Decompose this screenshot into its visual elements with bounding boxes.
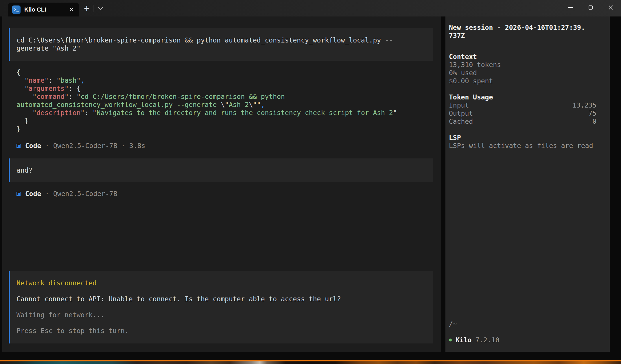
desktop-strip xyxy=(0,360,621,364)
maximize-button[interactable] xyxy=(581,0,601,15)
spacer xyxy=(449,328,596,336)
app-version: 7.2.10 xyxy=(475,336,499,344)
context-tokens: 13,310 tokens xyxy=(449,61,596,69)
separator: · xyxy=(41,190,53,198)
tab-close-button[interactable] xyxy=(68,6,75,13)
chevron-down-icon xyxy=(98,5,103,10)
code-line: "description": "Navigates to the directo… xyxy=(16,109,433,117)
lsp-heading: LSP xyxy=(449,134,596,142)
code-line: "arguments": { xyxy=(16,84,433,93)
code-line: { xyxy=(16,68,433,76)
code-line: } xyxy=(16,117,433,125)
error-message: Cannot connect to API: Unable to connect… xyxy=(16,295,427,303)
usage-label: Output xyxy=(449,109,473,117)
model-status-line: Code · Qwen2.5-Coder-7B xyxy=(16,190,433,198)
context-heading: Context xyxy=(449,53,596,61)
mode-label: Code xyxy=(25,190,41,198)
token-usage-row: Output 75 xyxy=(449,109,596,117)
current-directory: /~ xyxy=(449,320,596,328)
run-status-icon xyxy=(16,192,21,196)
tab-kilo-cli[interactable]: >_ Kilo CLI xyxy=(8,3,79,16)
context-spent: $0.00 spent xyxy=(449,77,596,85)
waiting-status: Waiting for network... xyxy=(16,311,427,319)
model-name: Qwen2.5-Coder-7B xyxy=(53,142,117,150)
titlebar: >_ Kilo CLI + xyxy=(0,0,621,16)
model-status-line: Code · Qwen2.5-Coder-7B · 3.8s xyxy=(16,142,433,150)
usage-value: 0 xyxy=(592,117,596,125)
usage-label: Input xyxy=(449,101,469,109)
tab-title: Kilo CLI xyxy=(24,6,66,13)
sidebar-footer: /~ Kilo 7.2.10 xyxy=(449,320,596,344)
session-title: New session - 2026-04-16T01:27:39.737Z xyxy=(449,23,586,40)
new-tab-button[interactable]: + xyxy=(82,2,92,14)
window-controls xyxy=(560,0,621,15)
close-button[interactable] xyxy=(601,0,621,15)
maximize-icon xyxy=(589,5,593,10)
terminal-main-panel: cd C:\Users\fbmor\broken-spire-compariso… xyxy=(2,16,441,352)
escape-hint: Press Esc to stop this turn. xyxy=(16,327,427,335)
code-line: automated_consistency_workflow_local.py … xyxy=(16,101,433,109)
user-message-block: and? xyxy=(9,158,433,182)
network-error-block: Network disconnected Cannot connect to A… xyxy=(9,271,433,343)
separator: · xyxy=(117,142,130,150)
context-used: 0% used xyxy=(449,69,596,77)
token-usage-row: Input 13,235 xyxy=(449,101,596,109)
powershell-icon: >_ xyxy=(12,5,21,14)
token-usage-row: Cached 0 xyxy=(449,117,596,125)
minimize-icon xyxy=(568,7,573,8)
session-sidebar: New session - 2026-04-16T01:27:39.737Z C… xyxy=(445,16,610,352)
tab-dropdown-button[interactable] xyxy=(95,3,105,13)
user-message-text: and? xyxy=(16,166,427,174)
separator: · xyxy=(41,142,53,150)
online-dot-icon xyxy=(449,339,452,341)
token-usage-heading: Token Usage xyxy=(449,93,596,101)
version-line: Kilo 7.2.10 xyxy=(449,336,596,344)
code-line: } xyxy=(16,125,433,133)
code-line: "command": "cd C:/Users/fbmor/broken-spi… xyxy=(16,93,433,101)
usage-label: Cached xyxy=(449,117,473,125)
desktop-wallpaper xyxy=(0,361,621,364)
usage-value: 13,235 xyxy=(572,101,596,109)
error-title: Network disconnected xyxy=(16,279,427,287)
model-name: Qwen2.5-Coder-7B xyxy=(53,190,117,198)
run-status-icon xyxy=(16,144,21,148)
minimize-button[interactable] xyxy=(560,0,581,15)
user-message-block: cd C:\Users\fbmor\broken-spire-compariso… xyxy=(9,28,433,61)
tool-call-json: { "name": "bash", "arguments": { "comman… xyxy=(16,68,433,133)
mode-label: Code xyxy=(25,142,41,150)
app-name: Kilo xyxy=(456,336,471,344)
code-line: "name": "bash", xyxy=(16,76,433,84)
lsp-note: LSPs will activate as files are read xyxy=(449,142,596,150)
conversation-stream: cd C:\Users\fbmor\broken-spire-compariso… xyxy=(9,16,433,343)
close-icon xyxy=(608,5,613,10)
close-icon xyxy=(69,8,73,12)
user-command-text: cd C:\Users\fbmor\broken-spire-compariso… xyxy=(16,36,394,52)
tabbar-divider xyxy=(93,5,93,12)
usage-value: 75 xyxy=(588,109,596,117)
elapsed-time: 3.8s xyxy=(129,142,145,150)
